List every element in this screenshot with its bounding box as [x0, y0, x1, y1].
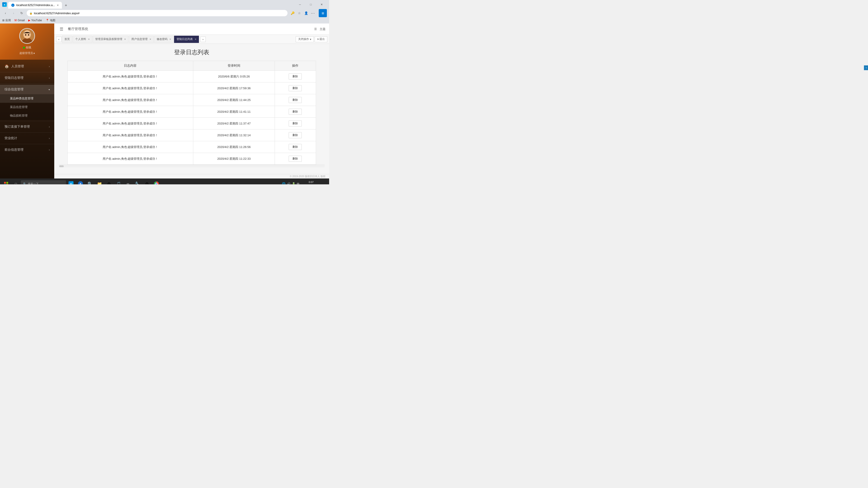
taskbar-app-ie[interactable]: e [76, 179, 85, 184]
chrome-icon [154, 182, 159, 184]
bookmark-gmail[interactable]: M Gmail [14, 19, 25, 22]
delete-btn-5[interactable]: 删除 [289, 132, 302, 138]
tab-nav-left[interactable]: « [56, 37, 61, 42]
sidebar-item-front-desk[interactable]: 前台信息管理 › [0, 145, 54, 155]
cell-action-7: 删除 [275, 153, 316, 165]
bookmark-youtube-label: YouTube [31, 19, 42, 22]
personnel-icon: 🏠 [4, 64, 9, 68]
tab-profile[interactable]: 个人资料 ✕ [73, 36, 92, 43]
bookmark-apps-label: 应用 [5, 19, 11, 22]
tab-user-info-label: 用户信息管理 [131, 37, 148, 41]
network-icon[interactable]: 🌐 [282, 182, 285, 185]
theme-btn[interactable]: 主题 [320, 27, 326, 31]
delete-btn-2[interactable]: 删除 [289, 97, 302, 103]
cell-action-3: 删除 [275, 106, 316, 118]
refresh-btn[interactable]: ↻ [19, 10, 25, 16]
delete-btn-4[interactable]: 删除 [289, 121, 302, 127]
music-icon: 🎵 [116, 182, 121, 184]
volume-icon[interactable]: 🔊 [287, 182, 290, 185]
tab-change-pwd-close[interactable]: ✕ [169, 38, 171, 40]
taskbar-app-settings[interactable]: ⚙ [104, 179, 114, 184]
address-text: localhost:62527/AdminIndex.aspx# [34, 11, 80, 15]
minimize-btn[interactable]: ─ [295, 1, 305, 8]
tab-nav-right[interactable]: » [200, 37, 206, 42]
address-bar: ‹ › ↻ 🔒 localhost:62527/AdminIndex.aspx#… [0, 9, 329, 17]
cell-time-4: 2020/4/2 星期四 11:37:47 [193, 118, 275, 129]
status-text: 在线 [26, 46, 31, 50]
search-icon: 🔍 [88, 182, 92, 184]
close-ops-btn[interactable]: 关闭操作 ▾ [296, 36, 314, 42]
bookmark-maps[interactable]: 📍 地图 [46, 19, 55, 22]
delete-btn-7[interactable]: 删除 [289, 156, 302, 162]
taskbar-search-bar[interactable]: 🔍 搜索一下 [21, 180, 66, 184]
tab-profile-close[interactable]: ✕ [88, 38, 90, 40]
user-role-btn[interactable]: 超级管理员 ▾ [20, 51, 35, 55]
task-view-btn[interactable]: □ [11, 179, 20, 184]
delete-btn-0[interactable]: 删除 [289, 73, 302, 79]
taskbar-app-edge[interactable]: e [66, 179, 75, 184]
tab-home[interactable]: 首页 [62, 36, 72, 43]
tab-login-log[interactable]: 登陆日志列表 ✕ [174, 36, 199, 43]
sidebar-item-info-management[interactable]: 综合信息管理 ▾ [0, 85, 54, 94]
order-label: 预订直接下单管理 [4, 125, 30, 129]
cell-content-7: 用户名:admin,角色:超级管理员,登录成功！ [68, 153, 193, 165]
delete-btn-3[interactable]: 删除 [289, 109, 302, 115]
taskbar-app-folder[interactable]: 📁 [95, 179, 104, 184]
sidebar-item-order[interactable]: 预订直接下单管理 › [0, 122, 54, 131]
bookmark-apps[interactable]: ⊞ 应用 [2, 19, 11, 22]
submenu-dish-info[interactable]: 菜品信息管理 [0, 103, 54, 111]
new-tab-button[interactable]: + [63, 2, 69, 8]
submenu-dish-category[interactable]: 菜品种类信息管理 [0, 94, 54, 103]
profile-icon[interactable]: 👤 [303, 10, 309, 16]
battery-icon[interactable]: 🔋 [292, 182, 296, 185]
taskbar-app-tools[interactable]: 🔧 [133, 179, 142, 184]
edge-sidebar-btn[interactable]: ⊞ [319, 9, 327, 17]
reset-btn[interactable]: ⊳退出 [315, 36, 327, 42]
tab-close-btn[interactable]: ✕ [57, 4, 59, 7]
back-btn[interactable]: ‹ [2, 10, 8, 16]
delete-btn-1[interactable]: 删除 [289, 85, 302, 91]
forward-btn[interactable]: › [10, 10, 17, 16]
scroll-thumb [59, 165, 64, 167]
col-header-time: 登录时间 [193, 61, 275, 71]
close-btn[interactable]: ✕ [316, 1, 327, 8]
taskbar-app-link[interactable]: ∞ [123, 179, 132, 184]
taskbar-app-music[interactable]: 🎵 [114, 179, 123, 184]
key-icon[interactable]: 🔑 [289, 10, 296, 16]
svg-rect-6 [4, 182, 6, 184]
bookmark-youtube[interactable]: ▶ YouTube [28, 19, 42, 22]
edge-icon: e [68, 181, 73, 184]
tab-login-log-close[interactable]: ✕ [195, 38, 196, 40]
taskbar-clock[interactable]: 0:07 2020/6/6 星期六 [301, 181, 322, 184]
sidebar-item-stats[interactable]: 营业统计 › [0, 133, 54, 143]
address-input[interactable]: 🔒 localhost:62527/AdminIndex.aspx# [27, 10, 287, 16]
tab-change-pwd-label: 修改密码 [157, 37, 167, 41]
tab-user-info[interactable]: 用户信息管理 ✕ [129, 36, 154, 43]
tab-admin-review-close[interactable]: ✕ [124, 38, 126, 40]
delete-btn-6[interactable]: 删除 [289, 144, 302, 150]
info-mgmt-label: 综合信息管理 [4, 88, 24, 92]
browser-tab-active[interactable]: e localhost:62527/AdminIndex.a... ✕ [8, 2, 62, 8]
cell-time-5: 2020/4/2 星期四 11:32:14 [193, 129, 275, 141]
sidebar-item-personnel[interactable]: 🏠 人员管理 › [0, 61, 54, 71]
divider-3 [0, 121, 54, 121]
submenu-goods-loss[interactable]: 物品损耗管理 [0, 111, 54, 120]
sidebar-item-login-log[interactable]: 登陆日志管理 › [0, 73, 54, 83]
menu-toggle-btn[interactable]: ☰ [58, 26, 65, 33]
start-btn[interactable] [1, 179, 11, 184]
tab-admin-review[interactable]: 管理员审核及权限管理 ✕ [93, 36, 128, 43]
horizontal-scrollbar[interactable] [59, 165, 324, 167]
table-row: 用户名:admin,角色:超级管理员,登录成功！ 2020/4/2 星期四 11… [68, 129, 316, 141]
tab-user-info-close[interactable]: ✕ [149, 38, 151, 40]
taskbar-app-search[interactable]: 🔍 [86, 179, 94, 184]
gmail-icon: M [14, 19, 17, 22]
tab-change-password[interactable]: 修改密码 ✕ [154, 36, 174, 43]
clock-time: 0:07 [302, 181, 320, 184]
star-icon[interactable]: ☆ [296, 10, 303, 16]
ime-icon[interactable]: 中 [297, 182, 300, 185]
maximize-btn[interactable]: □ [306, 1, 316, 8]
taskbar-app-gear[interactable]: ⚙ [143, 179, 151, 184]
taskbar-app-chrome[interactable] [152, 179, 161, 184]
settings-icon[interactable]: ⋯ [310, 10, 316, 16]
show-desktop-btn[interactable] [323, 179, 326, 184]
